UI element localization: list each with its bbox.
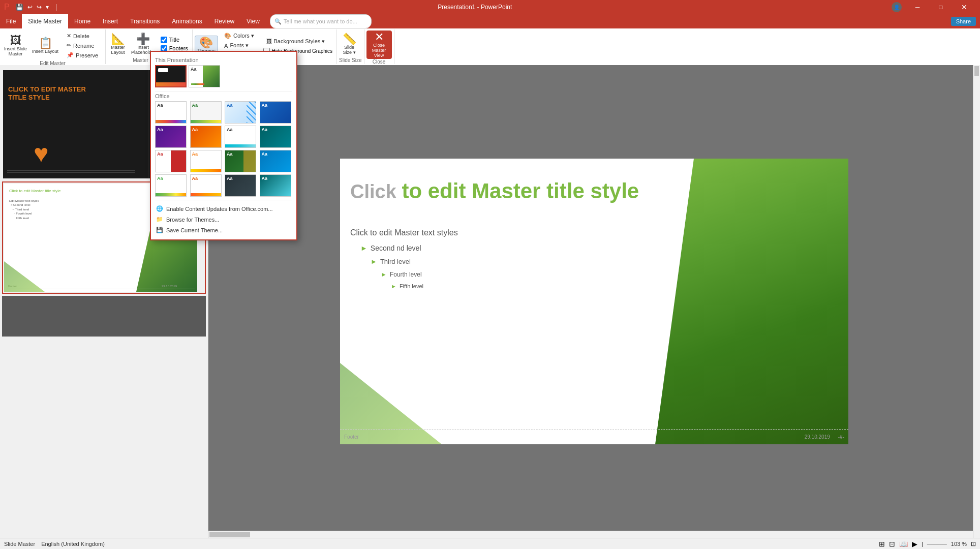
tab-review[interactable]: Review	[208, 14, 240, 28]
tab-file[interactable]: File	[0, 14, 22, 28]
office-theme-6[interactable]: Aa	[190, 126, 222, 148]
window-controls: 👤 ─ □ ✕	[892, 0, 976, 14]
slide-footer-bar: Footer 29.10.2019 -#-	[340, 429, 848, 444]
office-theme-8[interactable]: Aa	[260, 126, 291, 148]
share-button[interactable]: Share	[951, 17, 976, 26]
title-checkbox-label[interactable]: Title	[161, 37, 188, 43]
office-theme-2[interactable]: Aa	[190, 101, 222, 124]
preserve-btn[interactable]: 📌 Preserve	[64, 51, 101, 59]
browse-themes-item[interactable]: 📁 Browse for Themes...	[155, 214, 292, 225]
office-theme-3[interactable]: Aa	[225, 101, 256, 124]
slide-view-label: Slide Master	[4, 541, 35, 547]
scrollbar-thumb-h[interactable]	[209, 532, 250, 537]
background-styles-btn[interactable]: 🖼 Background Styles ▾	[263, 37, 333, 46]
tab-home[interactable]: Home	[68, 14, 97, 28]
tab-insert[interactable]: Insert	[97, 14, 124, 28]
slide-size-btn[interactable]: 📏 SlideSize ▾	[339, 33, 359, 56]
thumb1-heart: ♥	[34, 139, 49, 168]
themes-footer: 🌐 Enable Content Updates from Office.com…	[155, 200, 292, 235]
slideshow-btn[interactable]: ▶	[912, 540, 917, 548]
status-right: ⊞ ⊡ 📖 ▶ | ───── 103 % ⊡	[879, 540, 976, 548]
preserve-label: Preserve	[76, 52, 98, 58]
level4-text: Fourth level	[390, 271, 422, 278]
tab-slide-master[interactable]: Slide Master	[22, 14, 68, 28]
theme-colorbar-2	[191, 83, 204, 85]
reading-view-btn[interactable]: 📖	[899, 540, 908, 548]
close-master-view-btn[interactable]: ✕ CloseMaster View	[366, 30, 392, 59]
office-theme-7[interactable]: Aa	[225, 126, 256, 148]
customize-qa-btn[interactable]: ▾	[45, 3, 50, 12]
delete-icon: ✕	[67, 33, 71, 39]
content-level5: ►Fifth level	[391, 281, 458, 292]
slide-content[interactable]: Click to edit Master text styles ►Second…	[350, 225, 458, 292]
fit-btn[interactable]: ⊡	[971, 540, 976, 547]
office-theme-5[interactable]: Aa	[155, 126, 187, 148]
office-theme-11[interactable]: Aa	[225, 150, 256, 172]
fonts-label: Fonts ▾	[230, 42, 249, 49]
theme-current-dark[interactable]: Aa	[155, 65, 187, 87]
theme-green-diag[interactable]: Aa	[189, 65, 220, 87]
enable-updates-item[interactable]: 🌐 Enable Content Updates from Office.com…	[155, 203, 292, 214]
save-qa-btn[interactable]: 💾	[15, 3, 24, 12]
office-theme-14[interactable]: Aa	[190, 174, 222, 197]
tab-animations[interactable]: Animations	[166, 14, 208, 28]
content-level2: ►Second nd level	[360, 241, 458, 255]
master-layout-btn[interactable]: 📐 MasterLayout	[108, 33, 128, 56]
zoom-value: 103 %	[951, 541, 967, 547]
office-theme-12[interactable]: Aa	[260, 150, 291, 172]
canvas-scrollbar-h[interactable]	[208, 531, 973, 538]
office-theme-1[interactable]: Aa	[155, 101, 187, 124]
content-level4: ►Fourth level	[381, 268, 458, 281]
user-avatar: 👤	[892, 2, 902, 12]
close-buttons: ✕ CloseMaster View	[366, 30, 392, 59]
slide-title[interactable]: Click to edit Master title style	[350, 179, 639, 203]
minimize-btn[interactable]: ─	[906, 0, 929, 14]
slide-size-buttons: 📏 SlideSize ▾	[339, 30, 361, 57]
rename-label: Rename	[73, 43, 95, 49]
tab-view[interactable]: View	[240, 14, 266, 28]
save-theme-item[interactable]: 💾 Save Current Theme...	[155, 225, 292, 235]
tell-me-search[interactable]: 🔍 Tell me what you want to do...	[270, 14, 372, 28]
maximize-btn[interactable]: □	[929, 0, 953, 14]
office-theme-10[interactable]: Aa	[190, 150, 222, 172]
colors-btn[interactable]: 🎨 Colors ▾	[221, 32, 258, 40]
tab-transitions[interactable]: Transitions	[124, 14, 166, 28]
footer-date: 29.10.2019	[801, 434, 834, 440]
browse-themes-icon: 📁	[156, 216, 163, 223]
office-theme-16[interactable]: Aa	[260, 174, 291, 197]
slide-size-group: 📏 SlideSize ▾ Slide Size	[337, 29, 364, 64]
thumb1-title: CLICK TO EDIT MASTERTITLE STYLE	[8, 85, 89, 101]
thumb2-text-area: Edit Master text styles • Second level –…	[9, 199, 39, 220]
slide-sorter-btn[interactable]: ⊡	[889, 540, 895, 548]
title-checkbox[interactable]	[161, 37, 167, 43]
undo-qa-btn[interactable]: ↩	[26, 3, 34, 12]
main-slide-canvas[interactable]: Click to edit Master title style Click t…	[340, 159, 848, 444]
redo-qa-btn[interactable]: ↪	[36, 3, 43, 12]
insert-slide-master-btn[interactable]: 🖼 Insert SlideMaster	[2, 34, 29, 57]
office-theme-15[interactable]: Aa	[225, 174, 256, 197]
this-presentation-label: This Presentation	[155, 56, 292, 65]
close-master-view-icon: ✕	[375, 32, 384, 43]
fonts-btn[interactable]: A Fonts ▾	[221, 41, 258, 50]
themes-dropdown: This Presentation Aa Aa Office Aa Aa Aa	[150, 51, 297, 240]
office-theme-9[interactable]: Aa	[155, 150, 187, 172]
browse-themes-label: Browse for Themes...	[166, 217, 219, 223]
office-theme-13[interactable]: Aa	[155, 174, 187, 197]
status-left: Slide Master English (United Kingdom)	[4, 541, 105, 547]
close-label: Close	[366, 59, 392, 65]
content-level3: ►Third level	[371, 255, 458, 268]
footer-text: Footer	[340, 434, 363, 440]
title-bar-file: │	[55, 4, 58, 10]
office-theme-4[interactable]: Aa	[260, 101, 291, 124]
window-title: Presentation1 - PowerPoint	[438, 4, 512, 11]
scrollbar-thumb-v[interactable]	[974, 66, 979, 76]
close-window-btn[interactable]: ✕	[953, 0, 976, 14]
delete-btn[interactable]: ✕ Delete	[64, 32, 101, 40]
slide-thumb-3[interactable]	[2, 296, 206, 337]
insert-layout-btn[interactable]: 📋 Insert Layout	[30, 37, 60, 55]
bullet-2: ►	[360, 244, 368, 252]
normal-view-btn[interactable]: ⊞	[879, 540, 885, 548]
theme-aa-text-1: Aa	[158, 67, 164, 72]
rename-btn[interactable]: ✏ Rename	[64, 41, 101, 50]
canvas-scrollbar-v[interactable]	[973, 65, 980, 538]
